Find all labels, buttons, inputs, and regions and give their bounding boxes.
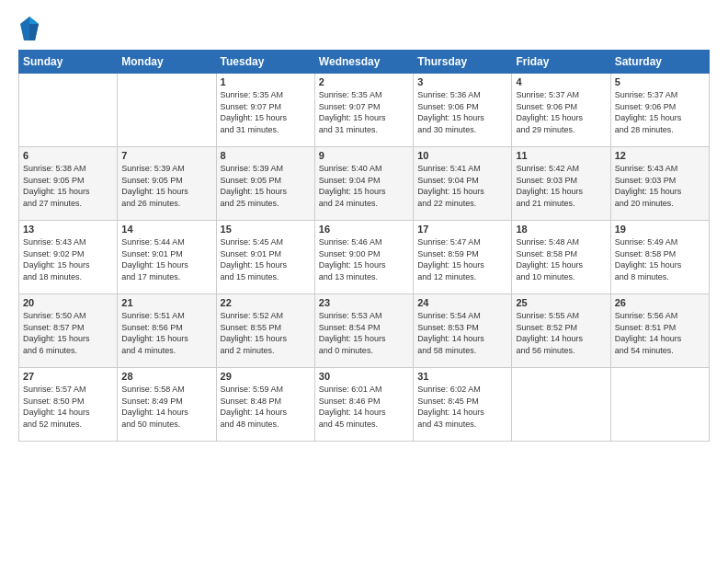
day-number: 2 [319, 76, 409, 87]
weekday-friday: Friday [512, 51, 610, 74]
day-number: 26 [615, 297, 705, 308]
day-number: 30 [319, 371, 409, 382]
weekday-wednesday: Wednesday [314, 51, 413, 74]
day-number: 9 [319, 150, 409, 161]
day-number: 1 [221, 76, 311, 87]
calendar-cell: 11Sunrise: 5:42 AM Sunset: 9:03 PM Dayli… [512, 147, 610, 221]
day-content: Sunrise: 5:53 AM Sunset: 8:54 PM Dayligh… [319, 310, 409, 356]
day-content: Sunrise: 5:38 AM Sunset: 9:05 PM Dayligh… [23, 163, 113, 209]
calendar-cell: 9Sunrise: 5:40 AM Sunset: 9:04 PM Daylig… [314, 147, 413, 221]
day-content: Sunrise: 5:41 AM Sunset: 9:04 PM Dayligh… [417, 163, 507, 209]
weekday-sunday: Sunday [19, 51, 118, 74]
day-content: Sunrise: 5:35 AM Sunset: 9:07 PM Dayligh… [221, 89, 311, 135]
day-number: 14 [121, 224, 211, 235]
svg-marker-1 [29, 17, 39, 24]
day-content: Sunrise: 6:02 AM Sunset: 8:45 PM Dayligh… [417, 384, 507, 430]
day-content: Sunrise: 5:57 AM Sunset: 8:50 PM Dayligh… [23, 384, 113, 430]
calendar-cell [19, 74, 118, 147]
day-content: Sunrise: 5:48 AM Sunset: 8:58 PM Dayligh… [516, 236, 606, 282]
day-content: Sunrise: 5:43 AM Sunset: 9:02 PM Dayligh… [23, 236, 113, 282]
weekday-saturday: Saturday [610, 51, 709, 74]
day-number: 19 [615, 224, 705, 235]
day-number: 10 [417, 150, 507, 161]
calendar-cell: 13Sunrise: 5:43 AM Sunset: 9:02 PM Dayli… [19, 221, 118, 294]
day-number: 21 [121, 297, 211, 308]
calendar-cell: 17Sunrise: 5:47 AM Sunset: 8:59 PM Dayli… [414, 221, 512, 294]
day-number: 23 [319, 297, 409, 308]
day-number: 13 [23, 224, 113, 235]
week-row-2: 6Sunrise: 5:38 AM Sunset: 9:05 PM Daylig… [19, 147, 710, 221]
calendar-cell: 24Sunrise: 5:54 AM Sunset: 8:53 PM Dayli… [414, 294, 512, 368]
day-number: 31 [417, 371, 507, 382]
calendar-cell: 22Sunrise: 5:52 AM Sunset: 8:55 PM Dayli… [216, 294, 314, 368]
weekday-header-row: SundayMondayTuesdayWednesdayThursdayFrid… [19, 51, 710, 74]
day-content: Sunrise: 5:59 AM Sunset: 8:48 PM Dayligh… [221, 384, 311, 430]
calendar-cell: 15Sunrise: 5:45 AM Sunset: 9:01 PM Dayli… [216, 221, 314, 294]
day-content: Sunrise: 5:43 AM Sunset: 9:03 PM Dayligh… [615, 163, 705, 209]
day-content: Sunrise: 5:51 AM Sunset: 8:56 PM Dayligh… [121, 310, 211, 356]
calendar-cell: 31Sunrise: 6:02 AM Sunset: 8:45 PM Dayli… [414, 368, 512, 442]
day-content: Sunrise: 5:46 AM Sunset: 9:00 PM Dayligh… [319, 236, 409, 282]
calendar-cell: 29Sunrise: 5:59 AM Sunset: 8:48 PM Dayli… [216, 368, 314, 442]
day-number: 8 [221, 150, 311, 161]
svg-marker-2 [29, 24, 39, 40]
day-content: Sunrise: 5:52 AM Sunset: 8:55 PM Dayligh… [221, 310, 311, 356]
day-number: 12 [615, 150, 705, 161]
day-content: Sunrise: 5:45 AM Sunset: 9:01 PM Dayligh… [221, 236, 311, 282]
day-number: 3 [417, 76, 507, 87]
weekday-thursday: Thursday [414, 51, 512, 74]
day-content: Sunrise: 5:49 AM Sunset: 8:58 PM Dayligh… [615, 236, 705, 282]
calendar-cell: 5Sunrise: 5:37 AM Sunset: 9:06 PM Daylig… [610, 74, 709, 147]
day-content: Sunrise: 5:37 AM Sunset: 9:06 PM Dayligh… [615, 89, 705, 135]
calendar-cell: 8Sunrise: 5:39 AM Sunset: 9:05 PM Daylig… [216, 147, 314, 221]
day-number: 6 [23, 150, 113, 161]
calendar-cell: 19Sunrise: 5:49 AM Sunset: 8:58 PM Dayli… [610, 221, 709, 294]
day-content: Sunrise: 5:44 AM Sunset: 9:01 PM Dayligh… [121, 236, 211, 282]
day-number: 18 [516, 224, 606, 235]
calendar-cell: 18Sunrise: 5:48 AM Sunset: 8:58 PM Dayli… [512, 221, 610, 294]
day-number: 4 [516, 76, 606, 87]
week-row-1: 1Sunrise: 5:35 AM Sunset: 9:07 PM Daylig… [19, 74, 710, 147]
calendar-cell: 25Sunrise: 5:55 AM Sunset: 8:52 PM Dayli… [512, 294, 610, 368]
day-number: 29 [221, 371, 311, 382]
calendar-cell: 14Sunrise: 5:44 AM Sunset: 9:01 PM Dayli… [118, 221, 216, 294]
calendar-cell: 3Sunrise: 5:36 AM Sunset: 9:06 PM Daylig… [414, 74, 512, 147]
calendar-cell: 16Sunrise: 5:46 AM Sunset: 9:00 PM Dayli… [314, 221, 413, 294]
calendar-cell: 23Sunrise: 5:53 AM Sunset: 8:54 PM Dayli… [314, 294, 413, 368]
day-number: 27 [23, 371, 113, 382]
day-content: Sunrise: 5:50 AM Sunset: 8:57 PM Dayligh… [23, 310, 113, 356]
day-number: 17 [417, 224, 507, 235]
calendar-cell: 7Sunrise: 5:39 AM Sunset: 9:05 PM Daylig… [118, 147, 216, 221]
calendar-cell: 21Sunrise: 5:51 AM Sunset: 8:56 PM Dayli… [118, 294, 216, 368]
day-content: Sunrise: 5:39 AM Sunset: 9:05 PM Dayligh… [121, 163, 211, 209]
day-number: 22 [221, 297, 311, 308]
weekday-tuesday: Tuesday [216, 51, 314, 74]
calendar-cell: 12Sunrise: 5:43 AM Sunset: 9:03 PM Dayli… [610, 147, 709, 221]
page: SundayMondayTuesdayWednesdayThursdayFrid… [0, 0, 728, 563]
day-number: 5 [615, 76, 705, 87]
week-row-5: 27Sunrise: 5:57 AM Sunset: 8:50 PM Dayli… [19, 368, 710, 442]
calendar-cell [512, 368, 610, 442]
day-number: 20 [23, 297, 113, 308]
day-content: Sunrise: 5:54 AM Sunset: 8:53 PM Dayligh… [417, 310, 507, 356]
day-number: 24 [417, 297, 507, 308]
day-number: 16 [319, 224, 409, 235]
day-number: 15 [221, 224, 311, 235]
day-content: Sunrise: 6:01 AM Sunset: 8:46 PM Dayligh… [319, 384, 409, 430]
calendar-cell [118, 74, 216, 147]
calendar-cell [610, 368, 709, 442]
week-row-3: 13Sunrise: 5:43 AM Sunset: 9:02 PM Dayli… [19, 221, 710, 294]
calendar-cell: 27Sunrise: 5:57 AM Sunset: 8:50 PM Dayli… [19, 368, 118, 442]
day-content: Sunrise: 5:55 AM Sunset: 8:52 PM Dayligh… [516, 310, 606, 356]
header [18, 15, 710, 42]
day-number: 28 [121, 371, 211, 382]
day-content: Sunrise: 5:39 AM Sunset: 9:05 PM Dayligh… [221, 163, 311, 209]
calendar-cell: 28Sunrise: 5:58 AM Sunset: 8:49 PM Dayli… [118, 368, 216, 442]
day-number: 25 [516, 297, 606, 308]
calendar-cell: 4Sunrise: 5:37 AM Sunset: 9:06 PM Daylig… [512, 74, 610, 147]
week-row-4: 20Sunrise: 5:50 AM Sunset: 8:57 PM Dayli… [19, 294, 710, 368]
calendar-cell: 30Sunrise: 6:01 AM Sunset: 8:46 PM Dayli… [314, 368, 413, 442]
weekday-monday: Monday [118, 51, 216, 74]
calendar-cell: 10Sunrise: 5:41 AM Sunset: 9:04 PM Dayli… [414, 147, 512, 221]
calendar: SundayMondayTuesdayWednesdayThursdayFrid… [18, 50, 710, 442]
